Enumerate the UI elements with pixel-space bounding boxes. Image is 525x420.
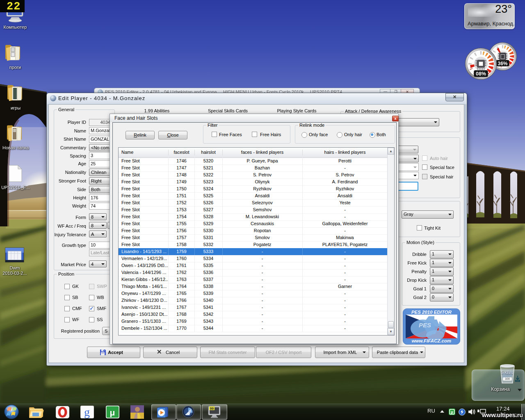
svg-text:g: g <box>84 406 90 418</box>
svg-text:99: 99 <box>210 406 214 411</box>
svg-text:PES: PES <box>419 322 431 329</box>
svg-text:08%: 08% <box>476 71 486 77</box>
svg-text:PES 2010 EDITOR: PES 2010 EDITOR <box>411 310 452 315</box>
svg-text:www.FIFACZ.com: www.FIFACZ.com <box>412 338 452 343</box>
svg-text:μ: μ <box>451 410 453 414</box>
svg-text:36%: 36% <box>498 61 507 66</box>
svg-text:μ: μ <box>110 408 115 417</box>
